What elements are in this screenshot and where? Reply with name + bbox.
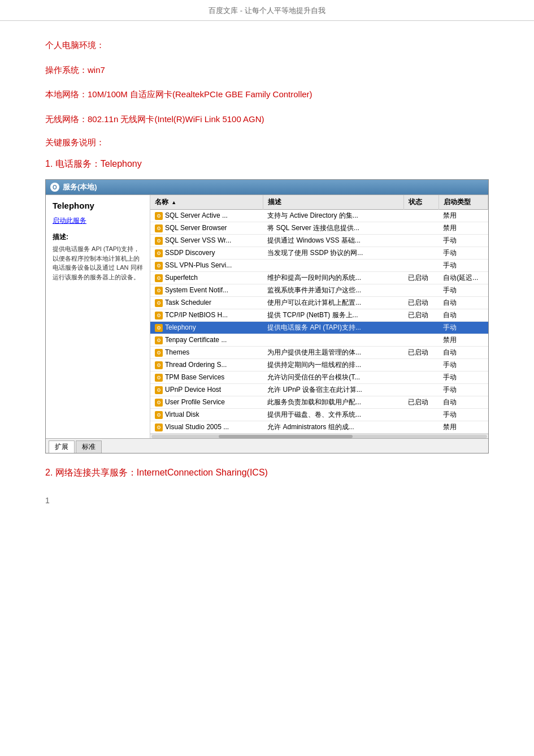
table-row[interactable]: ⚙Telephony提供电话服务 API (TAPI)支持...手动 (150, 322, 488, 334)
table-row[interactable]: ⚙Superfetch维护和提高一段时间内的系统...已启动自动(延迟... (150, 272, 488, 284)
col-header-status[interactable]: 状态 (403, 195, 439, 210)
cell-service-name: ⚙Thread Ordering S... (150, 359, 263, 371)
cell-service-name: ⚙Task Scheduler (150, 297, 263, 309)
cell-service-status (403, 284, 439, 297)
cell-service-status: 已启动 (403, 396, 439, 409)
cell-service-name: ⚙Superfetch (150, 272, 263, 284)
table-row[interactable]: ⚙SSDP Discovery当发现了使用 SSDP 协议的网...手动 (150, 247, 488, 260)
cell-service-startup: 自动 (439, 297, 488, 309)
cell-service-startup: 手动 (439, 371, 488, 384)
table-row[interactable]: ⚙SQL Server VSS Wr...提供通过 Windows VSS 基础… (150, 235, 488, 247)
cell-service-name: ⚙Themes (150, 347, 263, 359)
table-row[interactable]: ⚙Themes为用户提供使用主题管理的体...已启动自动 (150, 347, 488, 359)
cell-service-desc: 为用户提供使用主题管理的体... (263, 347, 403, 359)
scrollbar-thumb[interactable] (219, 435, 353, 438)
cell-service-desc: 监视系统事件并通知订户这些... (263, 284, 403, 297)
cell-service-desc: 提供持定期间内一组线程的排... (263, 359, 403, 371)
services-table-body: ⚙SQL Server Active ...支持与 Active Directo… (150, 210, 488, 434)
cell-service-name: ⚙UPnP Device Host (150, 384, 263, 396)
scrollbar-track[interactable] (151, 435, 487, 438)
cell-service-startup: 手动 (439, 260, 488, 272)
table-row[interactable]: ⚙Virtual Disk提供用于磁盘、卷、文件系统...手动 (150, 409, 488, 421)
tab-extended[interactable]: 扩展 (49, 440, 75, 453)
service-icon: ⚙ (155, 312, 163, 319)
cell-service-status (403, 260, 439, 272)
cell-service-startup: 手动 (439, 247, 488, 260)
service-icon: ⚙ (155, 224, 163, 232)
cell-service-desc: 提供通过 Windows VSS 基础... (263, 235, 403, 247)
cell-service-status (403, 222, 439, 235)
service-icon: ⚙ (155, 399, 163, 407)
table-row[interactable]: ⚙User Profile Service此服务负责加载和卸载用户配...已启动… (150, 396, 488, 409)
col-header-startup[interactable]: 启动类型 (439, 195, 488, 210)
service-icon: ⚙ (155, 212, 163, 220)
cell-service-name: ⚙SSDP Discovery (150, 247, 263, 260)
cell-service-startup: 禁用 (439, 222, 488, 235)
service-icon: ⚙ (155, 424, 163, 431)
services-scrollbar-area[interactable] (150, 434, 488, 438)
cell-service-status (403, 210, 439, 222)
service-icon: ⚙ (155, 262, 163, 270)
cell-service-startup: 自动 (439, 347, 488, 359)
table-header-row: 名称 ▲ 描述 状态 启动类型 (150, 195, 488, 210)
cell-service-desc (263, 334, 403, 347)
cell-service-desc: 支持与 Active Directory 的集... (263, 210, 403, 222)
services-titlebar: O 服务(本地) (46, 180, 488, 195)
cell-service-name: ⚙Tenpay Certificate ... (150, 334, 263, 347)
services-bottom-tabs: 扩展 标准 (46, 438, 488, 453)
cell-service-status: 已启动 (403, 272, 439, 284)
header-title: 百度文库 - 让每个人平等地提升自我 (209, 6, 325, 15)
table-row[interactable]: ⚙Task Scheduler使用户可以在此计算机上配置...已启动自动 (150, 297, 488, 309)
services-body: Telephony 启动此服务 描述: 提供电话服务 API (TAPI)支持，… (46, 195, 488, 438)
cell-service-name: ⚙TPM Base Services (150, 371, 263, 384)
pc-env-label: 个人电脑环境： (45, 38, 489, 53)
table-row[interactable]: ⚙Tenpay Certificate ...禁用 (150, 334, 488, 347)
service-icon: ⚙ (155, 299, 163, 307)
table-row[interactable]: ⚙TPM Base Services允许访问受信任的平台模块(T...手动 (150, 371, 488, 384)
service-icon: ⚙ (155, 374, 163, 382)
cell-service-status (403, 371, 439, 384)
col-header-name[interactable]: 名称 ▲ (150, 195, 263, 210)
table-row[interactable]: ⚙SQL Server Active ...支持与 Active Directo… (150, 210, 488, 222)
service-desc-text: 提供电话服务 API (TAPI)支持，以便各程序控制本地计算机上的电话服务设备… (53, 244, 143, 282)
cell-service-name: ⚙User Profile Service (150, 396, 263, 409)
service-icon: ⚙ (155, 386, 163, 394)
table-row[interactable]: ⚙SSL VPN-Plus Servi...手动 (150, 260, 488, 272)
cell-service-startup: 禁用 (439, 334, 488, 347)
cell-service-name: ⚙Virtual Disk (150, 409, 263, 421)
tab-standard[interactable]: 标准 (76, 440, 102, 453)
services-window-icon: O (50, 183, 59, 192)
table-row[interactable]: ⚙UPnP Device Host允许 UPnP 设备宿主在此计算...手动 (150, 384, 488, 396)
cell-service-startup: 禁用 (439, 421, 488, 434)
service-action-link[interactable]: 启动此服务 (53, 216, 143, 226)
service-icon: ⚙ (155, 324, 163, 332)
cell-service-desc (263, 260, 403, 272)
col-header-desc[interactable]: 描述 (263, 195, 403, 210)
cell-service-status: 已启动 (403, 297, 439, 309)
cell-service-startup: 自动(延迟... (439, 272, 488, 284)
table-row[interactable]: ⚙System Event Notif...监视系统事件并通知订户这些...手动 (150, 284, 488, 297)
service-desc-label: 描述: (53, 232, 143, 242)
service-icon: ⚙ (155, 249, 163, 257)
table-row[interactable]: ⚙Visual Studio 2005 ...允许 Administrators… (150, 421, 488, 434)
services-table-panel: 名称 ▲ 描述 状态 启动类型 ⚙SQL Server Active ...支持… (150, 195, 488, 438)
cell-service-desc: 允许访问受信任的平台模块(T... (263, 371, 403, 384)
cell-service-status (403, 322, 439, 334)
cell-service-desc: 使用户可以在此计算机上配置... (263, 297, 403, 309)
service-name-title: Telephony (53, 201, 143, 210)
cell-service-desc: 当发现了使用 SSDP 协议的网... (263, 247, 403, 260)
table-row[interactable]: ⚙Thread Ordering S...提供持定期间内一组线程的排...手动 (150, 359, 488, 371)
cell-service-status (403, 421, 439, 434)
cell-service-desc: 将 SQL Server 连接信息提供... (263, 222, 403, 235)
cell-service-status: 已启动 (403, 347, 439, 359)
sort-arrow: ▲ (171, 200, 176, 205)
page-footer: 1 (0, 496, 534, 505)
service-icon: ⚙ (155, 237, 163, 245)
page-header: 百度文库 - 让每个人平等地提升自我 (0, 0, 534, 21)
service-icon: ⚙ (155, 361, 163, 369)
cell-service-status (403, 359, 439, 371)
cell-service-name: ⚙Visual Studio 2005 ... (150, 421, 263, 434)
services-titlebar-text: 服务(本地) (63, 182, 97, 192)
table-row[interactable]: ⚙TCP/IP NetBIOS H...提供 TCP/IP (NetBT) 服务… (150, 309, 488, 322)
table-row[interactable]: ⚙SQL Server Browser将 SQL Server 连接信息提供..… (150, 222, 488, 235)
